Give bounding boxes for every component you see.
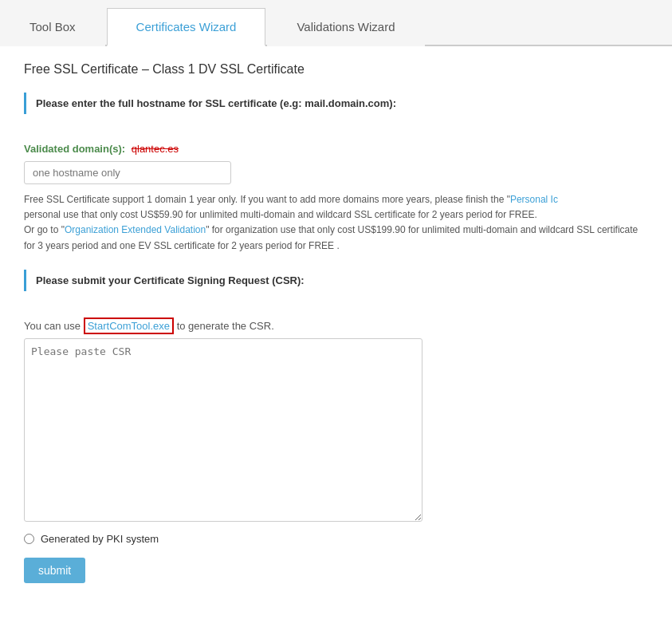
startcomtool-link[interactable]: StartComTool.exe — [84, 318, 174, 334]
tab-bar: Tool Box Certificates Wizard Validations… — [0, 0, 672, 46]
csr-content: You can use StartComTool.exe to generate… — [24, 304, 648, 591]
page-title: Free SSL Certificate – Class 1 DV SSL Ce… — [24, 62, 648, 77]
section-csr: Please submit your Certificate Signing R… — [24, 270, 648, 291]
personal-ic-link[interactable]: Personal Ic — [510, 194, 558, 205]
pki-radio-label: Generated by PKI system — [41, 533, 159, 545]
hostname-content: Validated domain(s): qlantec.es Free SSL… — [24, 127, 648, 270]
section-hostname-heading: Please enter the full hostname for SSL c… — [36, 93, 648, 114]
validated-domain-value: qlantec.es — [132, 143, 179, 155]
pki-radio[interactable] — [24, 534, 34, 544]
tab-validations[interactable]: Validations Wizard — [267, 8, 424, 46]
section-csr-heading: Please submit your Certificate Signing R… — [36, 270, 648, 291]
pki-radio-row: Generated by PKI system — [24, 533, 648, 545]
info-text: Free SSL Certificate support 1 domain 1 … — [24, 192, 648, 254]
submit-button[interactable]: submit — [24, 558, 85, 583]
csr-intro: You can use StartComTool.exe to generate… — [24, 320, 648, 332]
tab-toolbox[interactable]: Tool Box — [0, 8, 105, 46]
section-hostname: Please enter the full hostname for SSL c… — [24, 93, 648, 114]
validated-domain-label: Validated domain(s): — [24, 143, 125, 155]
tab-certificates[interactable]: Certificates Wizard — [107, 8, 266, 46]
hostname-input[interactable] — [24, 161, 231, 184]
main-content: Free SSL Certificate – Class 1 DV SSL Ce… — [0, 46, 672, 607]
org-ext-validation-link[interactable]: Organization Extended Validation — [65, 224, 206, 235]
csr-textarea[interactable] — [24, 338, 422, 522]
validated-domain-row: Validated domain(s): qlantec.es — [24, 143, 648, 155]
